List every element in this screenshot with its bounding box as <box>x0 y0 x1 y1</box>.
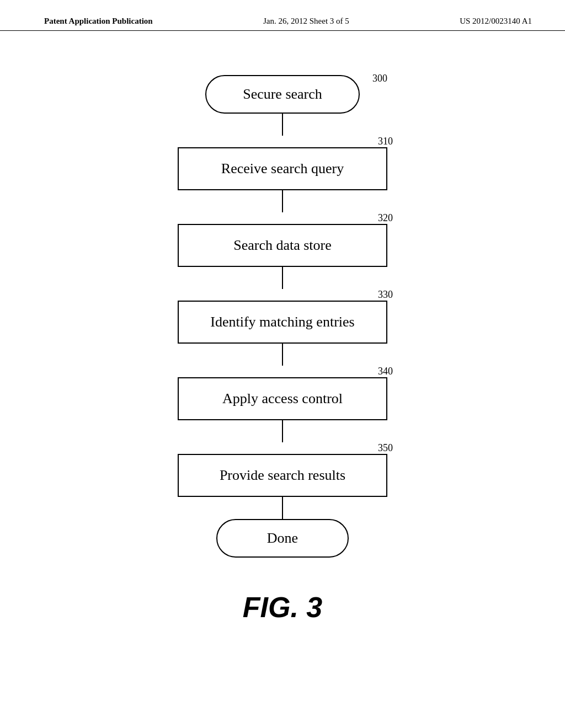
step-label-310: 310 <box>378 136 393 147</box>
step-310: Receive search query <box>178 147 387 190</box>
figure-caption: FIG. 3 <box>243 591 322 624</box>
label-row-310: 310 <box>178 136 387 147</box>
diagram-area: Secure search 300 310 Receive search que… <box>0 31 565 624</box>
step-label-340: 340 <box>378 366 393 377</box>
step-label-320: 320 <box>378 212 393 224</box>
step-330: Identify matching entries <box>178 301 387 344</box>
date-sheet-label: Jan. 26, 2012 Sheet 3 of 5 <box>263 17 349 26</box>
connector-3 <box>282 344 283 366</box>
connector-2 <box>282 267 283 289</box>
label-row-330: 330 <box>178 289 387 301</box>
step-350: Provide search results <box>178 454 387 497</box>
step-320: Search data store <box>178 224 387 267</box>
step-label-350: 350 <box>378 442 393 454</box>
patent-number-label: US 2012/0023140 A1 <box>460 17 532 26</box>
connector-1 <box>282 190 283 212</box>
connector-4 <box>282 420 283 442</box>
connector-5 <box>282 497 283 519</box>
start-node: Secure search <box>205 75 360 114</box>
step-340: Apply access control <box>178 377 387 420</box>
label-row-350: 350 <box>178 442 387 454</box>
step-label-330: 330 <box>378 289 393 301</box>
label-row-340: 340 <box>178 366 387 377</box>
start-node-ref: 300 <box>372 73 387 84</box>
end-node: Done <box>216 519 349 558</box>
flowchart: Secure search 300 310 Receive search que… <box>167 75 398 558</box>
publication-label: Patent Application Publication <box>44 17 153 26</box>
label-row-320: 320 <box>178 212 387 224</box>
page-header: Patent Application Publication Jan. 26, … <box>0 0 565 31</box>
connector-0 <box>282 114 283 136</box>
